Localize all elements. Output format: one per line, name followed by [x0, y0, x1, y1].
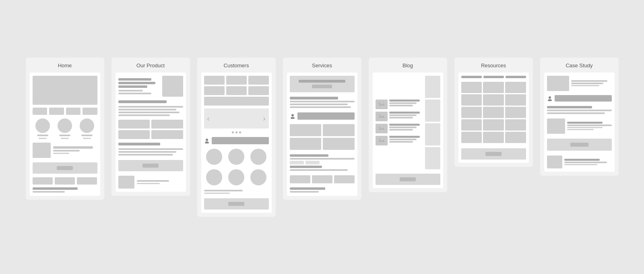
customers-bottom-line-1 — [204, 190, 243, 191]
services-avatar-row — [290, 112, 355, 120]
resources-row-1 — [461, 82, 526, 93]
case-study-header-img — [547, 76, 569, 91]
services-title-line-3 — [290, 166, 322, 168]
home-icon-2 — [49, 108, 64, 115]
home-circle-2-label2 — [61, 138, 69, 139]
page-title-home: Home — [30, 62, 100, 68]
blog-item-4 — [376, 136, 423, 145]
blog-item-2-line-1 — [389, 114, 417, 116]
customers-grid-row-2 — [204, 86, 269, 95]
wireframe-container: Home — [10, 46, 635, 229]
services-img-2 — [323, 124, 355, 136]
resources-item-5 — [483, 94, 504, 106]
product-bottom-text — [137, 180, 183, 184]
services-tag-2 — [305, 161, 320, 164]
product-header-row — [118, 76, 183, 97]
page-card-home: Home — [26, 58, 104, 200]
services-line-4 — [290, 158, 355, 160]
page-card-customers: Customers ‹ › — [197, 58, 276, 217]
customers-dot-1 — [232, 131, 234, 133]
customers-carousel-left-arrow[interactable]: ‹ — [207, 115, 210, 122]
product-desc-3 — [118, 112, 180, 113]
customers-avatar-row — [204, 137, 269, 144]
home-hero-image — [33, 76, 97, 105]
product-footer-bar — [118, 160, 183, 171]
home-circle-1-label2 — [39, 138, 47, 139]
blog-img-3 — [376, 124, 388, 133]
svg-point-7 — [379, 139, 380, 140]
services-title-line-1 — [290, 97, 339, 100]
page-title-customers: Customers — [201, 62, 272, 68]
home-circle-3-col — [80, 118, 94, 139]
page-title-resources: Resources — [458, 62, 529, 68]
page-card-resources: Resources — [454, 58, 533, 167]
home-line-3 — [53, 153, 69, 154]
svg-point-6 — [379, 127, 380, 128]
case-study-header-line-2 — [571, 83, 604, 84]
home-bottom-line-1 — [33, 187, 78, 190]
customers-dot-2 — [235, 131, 237, 133]
home-bottom-2 — [55, 177, 75, 185]
customers-carousel-right-arrow[interactable]: › — [263, 115, 266, 122]
resources-item-2 — [483, 82, 504, 93]
services-tags — [290, 161, 355, 164]
blog-item-3-title — [389, 124, 420, 126]
product-line-4 — [118, 90, 143, 91]
blog-sidebar-block-2 — [425, 100, 440, 122]
case-study-col-2-title — [564, 159, 600, 161]
blog-list — [376, 100, 423, 145]
services-image-grid — [290, 124, 355, 150]
customers-circle-3 — [250, 149, 266, 165]
case-study-header — [547, 76, 612, 91]
resources-nav-3 — [506, 76, 526, 78]
customers-block-6 — [248, 86, 269, 95]
blog-sidebar — [425, 76, 440, 169]
card-inner-our-product — [116, 73, 186, 192]
blog-item-2-text — [389, 112, 423, 118]
services-bottom-img-3 — [334, 175, 355, 183]
product-bottom-line-2 — [137, 183, 160, 184]
blog-img-1 — [376, 100, 388, 109]
case-study-cta-bar — [547, 139, 612, 151]
blog-item-2 — [376, 112, 423, 121]
blog-item-1-line-1 — [389, 102, 417, 104]
customers-circles-row-2 — [204, 169, 269, 185]
home-circle-2-col — [58, 118, 72, 139]
home-image-text-row — [33, 143, 97, 158]
blog-item-4-text — [389, 136, 423, 143]
blog-item-1-text — [389, 100, 423, 106]
resources-item-9 — [505, 107, 526, 118]
services-hero-btn — [312, 85, 332, 88]
home-icon-row — [33, 108, 97, 115]
case-study-highlight-bar — [555, 95, 612, 102]
resources-item-12 — [505, 119, 526, 131]
customers-circle-1 — [206, 149, 222, 165]
blog-item-1-line-2 — [389, 105, 413, 106]
page-title-case-study: Case Study — [544, 62, 615, 68]
customers-footer-bar — [204, 198, 269, 210]
svg-point-5 — [379, 114, 380, 116]
services-title-line-2 — [290, 154, 329, 157]
services-image-row-1 — [290, 124, 355, 136]
product-grid-row-1 — [118, 120, 183, 129]
customers-circle-5 — [228, 169, 244, 185]
services-img-3 — [290, 138, 322, 150]
services-lines-1 — [290, 97, 355, 108]
home-circle-1 — [35, 118, 50, 133]
case-study-2col-1 — [547, 118, 612, 134]
case-study-col-1-line-1 — [567, 125, 612, 126]
product-footer-btn — [142, 164, 159, 168]
svg-point-8 — [549, 96, 551, 99]
resources-item-8 — [483, 107, 504, 118]
services-bottom-line-1 — [290, 187, 326, 190]
page-card-our-product: Our Product — [111, 58, 190, 196]
blog-item-3-line-2 — [389, 129, 413, 131]
product-title-line — [118, 100, 167, 103]
resources-item-7 — [461, 107, 482, 118]
customers-circle-6 — [250, 169, 266, 185]
services-lines-2 — [290, 154, 355, 171]
home-circle-2 — [58, 118, 72, 133]
home-bottom-3 — [77, 177, 97, 185]
product-desc-1 — [118, 106, 183, 108]
product-grid — [118, 120, 183, 139]
